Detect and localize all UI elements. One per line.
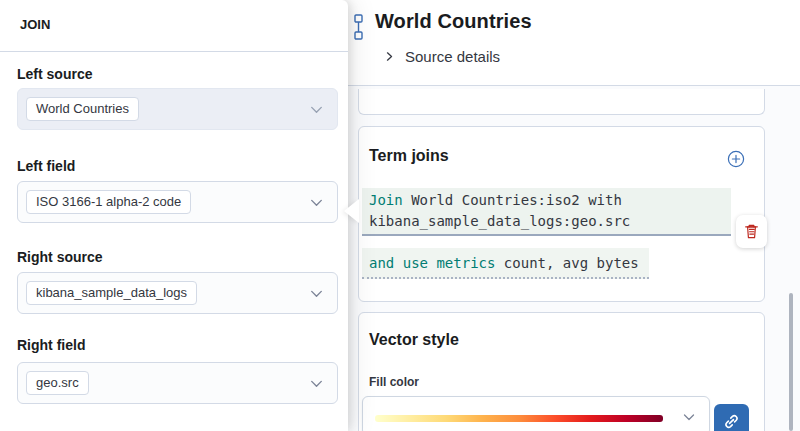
term-joins-heading: Term joins	[369, 147, 449, 165]
layer-title: World Countries	[375, 10, 532, 33]
left-field-pill: ISO 3166-1 alpha-2 code	[26, 190, 191, 214]
left-field-label: Left field	[17, 158, 75, 174]
source-details-label: Source details	[405, 48, 500, 65]
right-source-pill: kibana_sample_data_logs	[26, 281, 197, 305]
sync-style-button[interactable]	[714, 404, 749, 431]
chevron-down-icon	[308, 285, 325, 302]
right-field-pill: geo.src	[26, 371, 89, 395]
metrics-expression-text: count, avg bytes	[495, 255, 638, 271]
chevron-right-icon	[383, 50, 396, 63]
link-icon	[723, 413, 740, 430]
add-join-button[interactable]	[727, 150, 745, 168]
right-source-combobox[interactable]: kibana_sample_data_logs	[17, 272, 338, 314]
right-source-label: Right source	[17, 249, 103, 265]
left-source-pill: World Countries	[26, 97, 139, 121]
join-expression[interactable]: Join World Countries:iso2 with kibana_sa…	[362, 188, 731, 236]
left-source-combobox[interactable]: World Countries	[17, 88, 338, 130]
join-keyword: Join	[369, 192, 403, 208]
vertical-scrollbar[interactable]	[789, 293, 793, 431]
scrolled-panel-bottom	[358, 89, 765, 115]
metrics-keyword: and use metrics	[369, 255, 495, 271]
metrics-expression[interactable]: and use metrics count, avg bytes	[362, 248, 649, 279]
fill-color-label: Fill color	[369, 375, 419, 389]
chevron-down-icon	[308, 194, 325, 211]
vector-style-heading: Vector style	[369, 331, 459, 349]
vector-style-panel: Vector style Fill color	[358, 312, 765, 431]
vector-link-icon	[351, 13, 365, 41]
left-source-label: Left source	[17, 66, 92, 82]
join-flyout: JOIN Left source World Countries Left fi…	[0, 0, 348, 431]
join-expression-group: Join World Countries:iso2 with kibana_sa…	[362, 188, 731, 279]
left-field-combobox[interactable]: ISO 3166-1 alpha-2 code	[17, 181, 338, 223]
join-expression-text: World Countries:iso2 with kibana_sample_…	[369, 192, 630, 229]
chevron-down-icon	[308, 101, 325, 118]
fill-color-ramp	[375, 415, 663, 422]
fill-color-select[interactable]	[362, 396, 710, 431]
chevron-down-icon	[681, 409, 697, 425]
plus-in-circle-icon	[727, 150, 745, 168]
right-field-combobox[interactable]: geo.src	[17, 362, 338, 404]
trash-icon	[743, 223, 760, 240]
right-field-label: Right field	[17, 337, 85, 353]
chevron-down-icon	[308, 375, 325, 392]
source-details-accordion[interactable]: Source details	[383, 45, 500, 67]
popover-arrow	[344, 199, 359, 223]
flyout-divider	[0, 51, 348, 52]
delete-join-button[interactable]	[736, 215, 767, 248]
join-flyout-title: JOIN	[20, 17, 50, 32]
term-joins-panel: Term joins Join World Countries:iso2 wit…	[358, 126, 765, 302]
header-divider	[340, 85, 800, 86]
